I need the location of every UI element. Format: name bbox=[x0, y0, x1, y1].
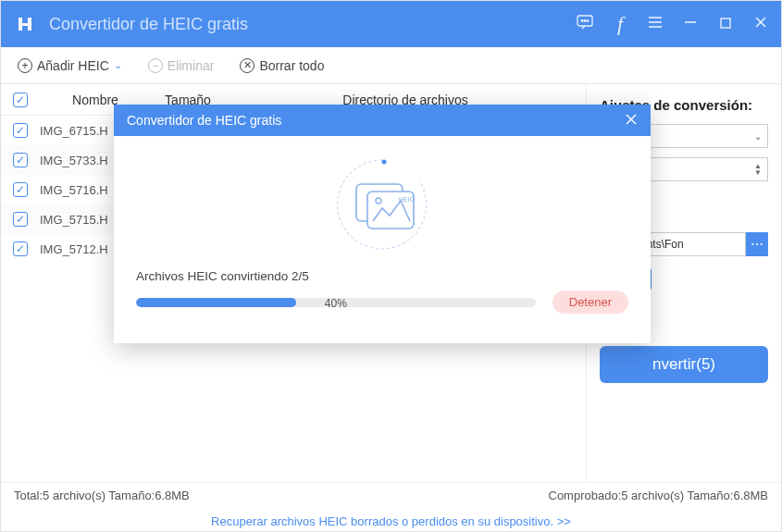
modal-body: HEIC Archivos HEIC convirtiendo 2/5 40% … bbox=[114, 136, 651, 328]
svg-point-13 bbox=[382, 160, 387, 165]
row-checkbox[interactable]: ✓ bbox=[13, 182, 28, 197]
progress-label: Archivos HEIC convirtiendo 2/5 bbox=[136, 269, 628, 283]
modal-title: Convertidor de HEIC gratis bbox=[127, 113, 281, 128]
titlebar-controls: f bbox=[576, 12, 770, 36]
feedback-icon[interactable] bbox=[576, 13, 594, 36]
modal-titlebar: Convertidor de HEIC gratis bbox=[114, 105, 651, 136]
file-name: IMG_5715.H bbox=[40, 213, 108, 227]
browse-button[interactable]: ⋯ bbox=[746, 232, 768, 256]
clear-label: Borrar todo bbox=[259, 58, 324, 73]
delete-button[interactable]: − Eliminar bbox=[148, 58, 215, 73]
svg-point-3 bbox=[587, 19, 589, 21]
menu-icon[interactable] bbox=[646, 14, 664, 35]
chevron-down-icon: ⌄ bbox=[754, 131, 762, 142]
recovery-link[interactable]: Recuperar archivos HEIC borrados o perdi… bbox=[211, 514, 571, 528]
row-checkbox[interactable]: ✓ bbox=[13, 123, 28, 138]
progress-percent: 40% bbox=[325, 297, 347, 310]
close-icon[interactable] bbox=[751, 15, 770, 34]
svg-rect-8 bbox=[721, 19, 730, 28]
delete-label: Eliminar bbox=[168, 58, 215, 73]
footer: Recuperar archivos HEIC borrados o perdi… bbox=[1, 508, 781, 532]
conversion-illustration-icon: HEIC bbox=[136, 153, 628, 254]
chevron-down-icon: ⌄ bbox=[114, 59, 122, 71]
x-icon: ✕ bbox=[240, 58, 254, 73]
titlebar: Convertidor de HEIC gratis f bbox=[1, 1, 781, 47]
status-left: Total:5 archivo(s) Tamaño:6.8MB bbox=[14, 489, 190, 502]
svg-point-2 bbox=[584, 19, 586, 21]
select-all-checkbox[interactable]: ✓ bbox=[13, 93, 28, 107]
file-name: IMG_5716.H bbox=[40, 183, 108, 197]
minimize-icon[interactable] bbox=[681, 15, 700, 34]
add-heic-button[interactable]: + Añadir HEIC ⌄ bbox=[18, 58, 122, 73]
row-checkbox[interactable]: ✓ bbox=[13, 212, 28, 227]
status-bar: Total:5 archivo(s) Tamaño:6.8MB Comproba… bbox=[1, 482, 781, 508]
modal-close-icon[interactable] bbox=[625, 111, 638, 130]
plus-icon: + bbox=[18, 58, 32, 73]
svg-point-1 bbox=[581, 19, 583, 21]
progress-bar: 40% bbox=[136, 298, 536, 307]
progress-row: 40% Detener bbox=[136, 291, 628, 314]
add-heic-label: Añadir HEIC bbox=[37, 58, 109, 73]
app-title: Convertidor de HEIC gratis bbox=[49, 15, 576, 34]
stepper-arrows-icon: ▲▼ bbox=[754, 163, 762, 176]
progress-modal: Convertidor de HEIC gratis HEIC Archivos… bbox=[114, 105, 651, 343]
clear-all-button[interactable]: ✕ Borrar todo bbox=[240, 58, 324, 73]
row-checkbox[interactable]: ✓ bbox=[13, 241, 28, 256]
status-right: Comprobado:5 archivo(s) Tamaño:6.8MB bbox=[549, 489, 769, 502]
file-name: IMG_5712.H bbox=[40, 242, 108, 256]
maximize-icon[interactable] bbox=[716, 15, 735, 34]
file-name: IMG_6715.H bbox=[40, 124, 108, 138]
stop-button[interactable]: Detener bbox=[552, 291, 628, 314]
toolbar: + Añadir HEIC ⌄ − Eliminar ✕ Borrar todo bbox=[1, 47, 781, 84]
convert-button[interactable]: nvertir(5) bbox=[600, 346, 768, 383]
app-logo-icon bbox=[12, 11, 38, 37]
file-name: IMG_5733.H bbox=[40, 154, 108, 167]
row-checkbox[interactable]: ✓ bbox=[13, 153, 28, 167]
facebook-icon[interactable]: f bbox=[611, 12, 629, 36]
minus-icon: − bbox=[148, 58, 163, 73]
